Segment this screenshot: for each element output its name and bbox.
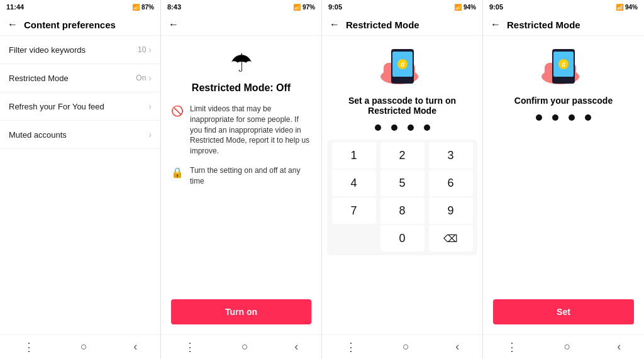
content-preferences-panel: 11:44 📶 87% ← Content preferences Filter… — [0, 0, 161, 359]
back-icon-1[interactable]: ← — [8, 19, 18, 30]
nav-back-4[interactable]: ‹ — [617, 340, 621, 354]
battery-3: 94% — [464, 4, 476, 11]
nav-menu-2[interactable]: ⋮ — [184, 340, 196, 354]
time-1: 11:44 — [6, 3, 24, 11]
status-bar-2: 8:43 📶 97% — [161, 0, 321, 14]
restricted-mode-off-panel: 8:43 📶 97% ← ☂ Restricted Mode: Off 🚫 Li… — [161, 0, 322, 359]
nav-home-3[interactable]: ○ — [402, 340, 409, 354]
panel2-header: ← — [161, 14, 321, 36]
chevron-filter: › — [148, 45, 152, 55]
numpad-btn-1[interactable]: 1 — [332, 142, 376, 168]
numpad-row-2: 4 5 6 — [330, 170, 475, 196]
nav-menu-4[interactable]: ⋮ — [506, 340, 518, 354]
numpad-row-1: 1 2 3 — [330, 142, 475, 168]
numpad-btn-0[interactable]: 0 — [380, 225, 425, 251]
lock-info-icon: 🔒 — [171, 167, 184, 179]
panel4-title: Restricted Mode — [507, 19, 580, 30]
numpad-btn-2[interactable]: 2 — [380, 142, 425, 168]
chevron-restricted: › — [148, 73, 152, 83]
menu-item-refresh[interactable]: Refresh your For You feed › — [0, 92, 160, 121]
confirm-passcode-title: Confirm your passcode — [514, 96, 613, 106]
confirm-passcode-panel: 9:05 📶 94% ← Restricted Mode d Confirm y… — [483, 0, 644, 359]
menu-item-restricted[interactable]: Restricted Mode On › — [0, 64, 160, 92]
turn-on-wrapper: Turn on — [161, 293, 321, 334]
panel3-header: ← Restricted Mode — [322, 14, 482, 36]
menu-item-muted-label: Muted accounts — [9, 130, 67, 140]
back-icon-3[interactable]: ← — [330, 19, 340, 30]
filter-info-icon: 🚫 — [171, 105, 184, 117]
menu-item-filter-label: Filter video keywords — [9, 45, 86, 55]
signal-icon-2: 📶 — [293, 4, 301, 11]
numpad: 1 2 3 4 5 6 7 8 9 0 ⌫ — [327, 140, 477, 255]
back-icon-2[interactable]: ← — [169, 19, 179, 30]
confirm-content: d Confirm your passcode — [483, 36, 644, 293]
status-icons-1: 📶 87% — [132, 4, 154, 11]
passcode-title: Set a passcode to turn onRestricted Mode — [348, 96, 456, 116]
menu-item-refresh-label: Refresh your For You feed — [9, 102, 104, 111]
nav-bar-4: ⋮ ○ ‹ — [483, 334, 644, 359]
status-icons-3: 📶 94% — [454, 4, 476, 11]
numpad-btn-5[interactable]: 5 — [380, 170, 425, 196]
confirm-dot-2 — [552, 114, 558, 121]
numpad-btn-empty — [332, 225, 376, 251]
status-icons-2: 📶 97% — [293, 4, 315, 11]
numpad-btn-9[interactable]: 9 — [429, 197, 473, 224]
umbrella-icon: ☂ — [230, 48, 253, 77]
info-row-limit: 🚫 Limit videos that may be inappropriate… — [171, 104, 311, 157]
nav-menu-1[interactable]: ⋮ — [23, 340, 35, 354]
nav-home-4[interactable]: ○ — [564, 340, 571, 354]
phone-illustration-4: d — [526, 42, 601, 89]
set-btn-wrapper: Set — [483, 293, 644, 334]
nav-menu-3[interactable]: ⋮ — [345, 340, 357, 354]
set-button[interactable]: Set — [493, 299, 634, 324]
nav-back-2[interactable]: ‹ — [294, 340, 298, 354]
panel3-title: Restricted Mode — [346, 19, 419, 30]
numpad-btn-delete[interactable]: ⌫ — [429, 225, 473, 251]
panel1-header: ← Content preferences — [0, 14, 160, 36]
confirm-dot-3 — [569, 114, 575, 121]
menu-item-refresh-right: › — [148, 101, 152, 111]
status-bar-3: 9:05 📶 94% — [322, 0, 482, 14]
nav-bar-3: ⋮ ○ ‹ — [322, 334, 482, 359]
chevron-muted: › — [148, 130, 152, 140]
time-3: 9:05 — [328, 3, 342, 11]
restricted-value: On — [136, 74, 146, 82]
panel1-title: Content preferences — [24, 19, 116, 30]
nav-home-1[interactable]: ○ — [80, 340, 87, 354]
back-icon-4[interactable]: ← — [491, 19, 501, 30]
passcode-dots — [375, 124, 430, 131]
numpad-row-3: 7 8 9 — [330, 197, 475, 224]
nav-bar-2: ⋮ ○ ‹ — [161, 334, 321, 359]
numpad-btn-6[interactable]: 6 — [429, 170, 473, 196]
info-text-toggle: Turn the setting on and off at any time — [190, 165, 311, 187]
numpad-btn-8[interactable]: 8 — [380, 197, 425, 224]
numpad-btn-7[interactable]: 7 — [332, 197, 376, 224]
numpad-row-4: 0 ⌫ — [330, 225, 475, 251]
menu-item-filter-right: 10 › — [138, 45, 152, 55]
dot-3 — [408, 124, 414, 131]
chevron-refresh: › — [148, 101, 152, 111]
phone-illustration-3: d — [365, 42, 440, 89]
confirm-dot-4 — [585, 114, 591, 121]
nav-back-1[interactable]: ‹ — [133, 340, 137, 354]
menu-item-muted-right: › — [148, 130, 152, 140]
menu-item-muted[interactable]: Muted accounts › — [0, 121, 160, 149]
signal-icon-3: 📶 — [454, 4, 462, 11]
panel4-header: ← Restricted Mode — [483, 14, 644, 36]
set-passcode-panel: 9:05 📶 94% ← Restricted Mode d Set a pas… — [322, 0, 483, 359]
dot-4 — [424, 124, 430, 131]
battery-4: 94% — [625, 4, 638, 11]
status-bar-1: 11:44 📶 87% — [0, 0, 160, 14]
turn-on-button[interactable]: Turn on — [171, 299, 311, 324]
svg-text:d: d — [562, 61, 565, 68]
menu-item-restricted-right: On › — [136, 73, 152, 83]
signal-icon-1: 📶 — [132, 4, 140, 11]
numpad-btn-4[interactable]: 4 — [332, 170, 376, 196]
nav-back-3[interactable]: ‹ — [455, 340, 459, 354]
restricted-mode-content: ☂ Restricted Mode: Off 🚫 Limit videos th… — [161, 36, 321, 293]
numpad-btn-3[interactable]: 3 — [429, 142, 473, 168]
nav-home-2[interactable]: ○ — [242, 340, 248, 354]
menu-item-filter[interactable]: Filter video keywords 10 › — [0, 36, 160, 64]
dot-2 — [391, 124, 397, 131]
status-bar-4: 9:05 📶 94% — [483, 0, 644, 14]
